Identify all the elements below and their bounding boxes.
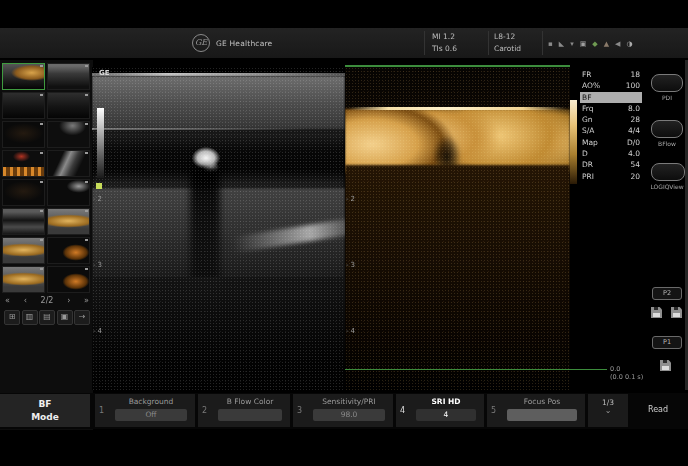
- param-label: BF: [582, 92, 591, 103]
- softkey-value[interactable]: [218, 409, 282, 421]
- thumbnail[interactable]: [2, 63, 45, 90]
- param-label: D: [582, 148, 588, 159]
- param-row: BF: [580, 92, 642, 103]
- param-label: Frq: [582, 103, 593, 114]
- probe-status-icon: ▪: [548, 40, 553, 48]
- thumbnail[interactable]: [47, 63, 90, 90]
- bflow-image[interactable]: -2-3-4: [345, 67, 570, 390]
- save-disk-icon[interactable]: [660, 360, 671, 371]
- thumbnail[interactable]: [47, 150, 90, 177]
- thumbnail[interactable]: [2, 266, 45, 293]
- softkey-b-flow-color[interactable]: 2B Flow Color: [198, 394, 290, 427]
- transfer-icon[interactable]: →: [74, 310, 90, 325]
- thumbnail-grid: [2, 63, 92, 293]
- status-icon-row: ▪◣▾▣◆▲◀◑: [548, 40, 633, 48]
- param-row: Frq8.0: [580, 103, 642, 114]
- logiqview-button[interactable]: [651, 163, 685, 181]
- layout-grid-icon[interactable]: ⊞: [4, 310, 20, 325]
- param-value: D/0: [627, 137, 640, 148]
- network-status-icon: ▾: [570, 40, 574, 48]
- thumbnail[interactable]: [47, 237, 90, 264]
- thumbnail[interactable]: [2, 121, 45, 148]
- thumbnail[interactable]: [47, 92, 90, 119]
- softkey-number: 2: [202, 406, 207, 415]
- softkey-focus-pos[interactable]: 5Focus Pos: [487, 394, 585, 427]
- param-row: FR18: [580, 69, 642, 80]
- thumbnail[interactable]: [2, 237, 45, 264]
- p2-button[interactable]: P2: [652, 287, 682, 300]
- topbar-divider: [542, 31, 543, 55]
- bmode-image[interactable]: GE -2-3-4: [92, 67, 345, 390]
- param-label: AO%: [582, 80, 600, 91]
- flow-rim-layer: [349, 107, 566, 110]
- imaging-parameter-panel: FR18AO%100BFFrq8.0Gn28S/A4/4MapD/0D4.0DR…: [580, 69, 642, 182]
- bflow-button[interactable]: [651, 120, 683, 138]
- thumbnail[interactable]: [47, 179, 90, 206]
- clipboard-toolbar: ⊞▥▤▣→: [2, 310, 92, 325]
- param-value: 18: [630, 69, 640, 80]
- first-page-button[interactable]: «: [5, 296, 10, 305]
- logiqview-label: LOGIQView: [646, 183, 688, 190]
- depth-mark: -3: [93, 261, 102, 269]
- depth-ruler: -2-3-4: [346, 67, 360, 390]
- param-label: FR: [582, 69, 592, 80]
- softkey-number: 3: [297, 406, 302, 415]
- param-row: S/A4/4: [580, 125, 642, 136]
- save-clip-icon[interactable]: ▤: [39, 310, 55, 325]
- thumbnail[interactable]: [47, 208, 90, 235]
- save-icon-row: [660, 360, 671, 371]
- last-page-button[interactable]: »: [84, 296, 89, 305]
- pdi-button[interactable]: [651, 74, 683, 92]
- thumbnail[interactable]: [2, 92, 45, 119]
- pdi-label: PDI: [646, 94, 688, 101]
- keyboard-status-icon: ▣: [580, 40, 587, 48]
- softkey-value[interactable]: 98.0: [313, 409, 385, 421]
- save-disk-icon[interactable]: [671, 307, 682, 318]
- softkey-sensitivity-pri[interactable]: 3Sensitivity/PRI98.0: [293, 394, 393, 427]
- topbar-divider: [488, 31, 489, 55]
- ultrasound-screen: GE GE Healthcare MI 1.2 TIs 0.6 L8-12 Ca…: [0, 0, 688, 466]
- softkey-value[interactable]: 4: [416, 409, 476, 421]
- export-image-icon[interactable]: ▣: [57, 310, 73, 325]
- thumbnail[interactable]: [2, 150, 45, 177]
- softkey-label: Sensitivity/PRI: [307, 397, 391, 406]
- thumbnail[interactable]: [47, 121, 90, 148]
- softkey-value[interactable]: Off: [115, 409, 187, 421]
- softkey-background[interactable]: 1BackgroundOff: [95, 394, 195, 427]
- param-value: 54: [630, 159, 640, 170]
- chevron-down-icon[interactable]: ⌄: [588, 407, 628, 415]
- probe-preset-readout[interactable]: L8-12 Carotid: [494, 31, 521, 55]
- param-row: AO%100: [580, 80, 642, 91]
- softkey-page-control[interactable]: 1/3 ⌄: [588, 394, 628, 427]
- superficial-tissue-layer: [92, 76, 345, 130]
- thumbnail[interactable]: [47, 266, 90, 293]
- softkey-label: Focus Pos: [501, 397, 583, 406]
- page-indicator: 2/2: [41, 296, 54, 305]
- save-disk-icon[interactable]: [651, 307, 662, 318]
- p1-button[interactable]: P1: [652, 336, 682, 349]
- mode-line1: BF: [0, 398, 90, 411]
- softkey-bar: BF Mode 1BackgroundOff2B Flow Color3Sens…: [0, 393, 688, 429]
- clipboard-sidebar: « ‹ 2/2 › » ⊞▥▤▣→: [0, 60, 93, 430]
- softkey-label: SRI HD: [410, 397, 482, 406]
- softkey-slider[interactable]: [507, 409, 577, 421]
- softkey-number: 1: [99, 406, 104, 415]
- param-row: Gn28: [580, 114, 642, 125]
- depth-mark: -2: [93, 195, 102, 203]
- cine-time-readout: 0.0 (0.0 0.1 s): [610, 365, 643, 381]
- softkey-label: B Flow Color: [212, 397, 288, 406]
- mode-indicator: BF Mode: [0, 394, 90, 427]
- cine-timeline[interactable]: [345, 369, 607, 370]
- bflow-colorbar: [570, 100, 577, 184]
- param-value: 8.0: [628, 103, 640, 114]
- thumbnail-pager: « ‹ 2/2 › »: [2, 296, 92, 305]
- next-page-button[interactable]: ›: [67, 296, 70, 305]
- softkey-sri-hd[interactable]: 4SRI HD4: [396, 394, 484, 427]
- thumbnail[interactable]: [2, 208, 45, 235]
- param-label: PRI: [582, 171, 594, 182]
- param-row: MapD/0: [580, 137, 642, 148]
- delete-image-icon[interactable]: ▥: [22, 310, 38, 325]
- param-label: Gn: [582, 114, 593, 125]
- prev-page-button[interactable]: ‹: [24, 296, 27, 305]
- thumbnail[interactable]: [2, 179, 45, 206]
